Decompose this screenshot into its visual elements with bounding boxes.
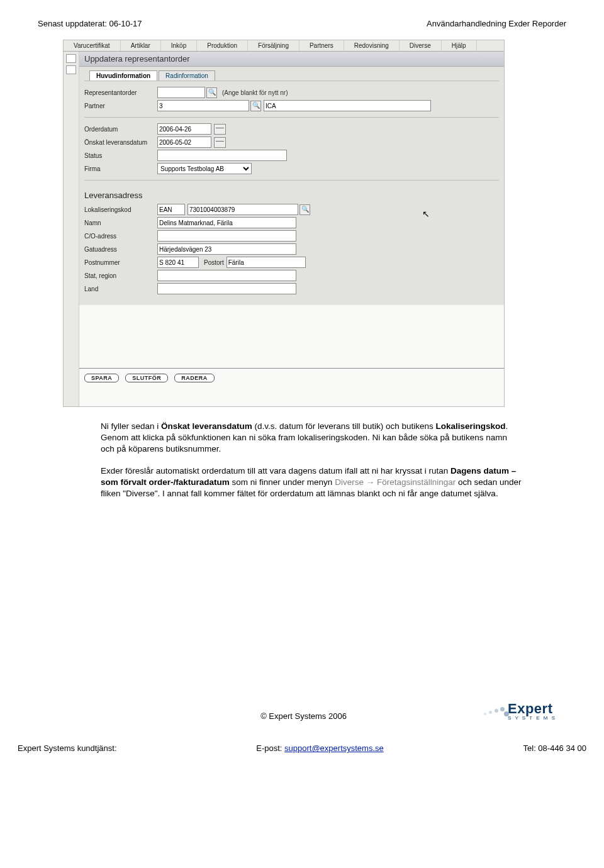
footer-right: Tel: 08-446 34 00 — [523, 743, 586, 753]
text-grey: Företagsinställningar — [377, 477, 456, 487]
doc-title: Användarhandledning Exder Reporder — [427, 19, 566, 28]
address-section-title: Leveransadress — [84, 191, 499, 200]
postnr-label: Postnummer — [84, 259, 157, 266]
app-screenshot: Varucertifikat Artiklar Inköp Produktion… — [63, 40, 505, 407]
tab-huvudinformation[interactable]: Huvudinformation — [89, 70, 157, 81]
page-title: Uppdatera representantorder — [79, 52, 504, 67]
tab-radinformation[interactable]: Radinformation — [159, 70, 215, 81]
postnr-input[interactable] — [157, 257, 199, 268]
menu-diverse[interactable]: Diverse — [400, 40, 442, 51]
search-icon[interactable]: 🔍 — [299, 204, 310, 215]
copyright: © Expert Systems 2006 — [128, 711, 479, 721]
grid-icon[interactable] — [66, 65, 76, 74]
co-label: C/O-adress — [84, 233, 157, 240]
lokkod-input[interactable] — [187, 204, 298, 215]
radera-button[interactable]: RADERA — [174, 374, 215, 382]
text-bold: Önskat leveransdatum — [161, 421, 252, 431]
app-menubar: Varucertifikat Artiklar Inköp Produktion… — [64, 40, 504, 52]
stat-input[interactable] — [157, 270, 296, 281]
co-input[interactable] — [157, 230, 296, 242]
text-bold: Lokaliseringskod — [435, 421, 505, 431]
slutfor-button[interactable]: SLUTFÖR — [125, 374, 168, 382]
lokkod-type-input[interactable] — [157, 204, 185, 215]
firma-select[interactable]: Supports Testbolag AB — [157, 163, 252, 174]
lokkod-label: Lokaliseringskod — [84, 206, 157, 213]
menu-varucertifikat[interactable]: Varucertifikat — [64, 40, 121, 51]
search-icon[interactable]: 🔍 — [250, 101, 261, 111]
menu-inkop[interactable]: Inköp — [161, 40, 197, 51]
land-input[interactable] — [157, 283, 296, 294]
namn-input[interactable] — [157, 217, 296, 228]
firma-label: Firma — [84, 165, 157, 172]
status-label: Status — [84, 152, 157, 159]
menu-redovisning[interactable]: Redovisning — [344, 40, 400, 51]
levdatum-label: Önskat leveransdatum — [84, 139, 157, 146]
expert-logo: Expert S Y S T E M S — [479, 701, 556, 721]
orderdatum-input[interactable] — [157, 123, 211, 135]
search-icon[interactable]: 🔍 — [206, 87, 217, 98]
gatu-label: Gatuadress — [84, 246, 157, 253]
menu-partners[interactable]: Partners — [299, 40, 344, 51]
menu-produktion[interactable]: Produktion — [197, 40, 248, 51]
orderdatum-label: Orderdatum — [84, 126, 157, 133]
home-icon[interactable] — [66, 54, 76, 63]
menu-hjalp[interactable]: Hjälp — [442, 40, 477, 51]
logo-subtext: S Y S T E M S — [508, 715, 556, 721]
partner-name-display — [264, 100, 431, 111]
partner-input[interactable] — [157, 100, 249, 111]
text: som ni finner under menyn — [230, 477, 335, 487]
postort-input[interactable] — [226, 257, 306, 268]
reporder-label: Representantorder — [84, 89, 157, 96]
gatu-input[interactable] — [157, 243, 296, 255]
stat-label: Stat, region — [84, 272, 157, 279]
footer-left: Expert Systems kundtjänst: — [18, 743, 117, 753]
left-toolbar — [64, 52, 79, 406]
text-grey: Diverse — [335, 477, 364, 487]
status-display — [157, 150, 287, 161]
text: Exder föreslår automatiskt orderdatum ti… — [101, 466, 450, 476]
levdatum-input[interactable] — [157, 136, 211, 148]
calendar-icon[interactable] — [214, 124, 226, 135]
postort-label: Postort — [204, 259, 224, 266]
save-button[interactable]: SPARA — [84, 374, 119, 382]
document-body: Ni fyller sedan i Önskat leveransdatum (… — [101, 421, 522, 499]
reporder-hint: (Ange blankt för nytt nr) — [222, 89, 288, 96]
menu-artiklar[interactable]: Artiklar — [121, 40, 161, 51]
support-email-link[interactable]: support@expertsystems.se — [284, 743, 384, 753]
calendar-icon[interactable] — [214, 137, 226, 148]
text: Ni fyller sedan i — [101, 421, 161, 431]
doc-updated: Senast uppdaterat: 06-10-17 — [38, 19, 142, 28]
arrow-icon: → — [364, 477, 377, 487]
namn-label: Namn — [84, 220, 157, 226]
menu-forsaljning[interactable]: Försäljning — [248, 40, 299, 51]
reporder-input[interactable] — [157, 87, 205, 98]
email-label: E-post: — [256, 743, 284, 753]
partner-label: Partner — [84, 103, 157, 109]
footer-mid: E-post: support@expertsystems.se — [256, 743, 384, 753]
text: (d.v.s. datum för leverans till butik) o… — [252, 421, 436, 431]
land-label: Land — [84, 286, 157, 292]
